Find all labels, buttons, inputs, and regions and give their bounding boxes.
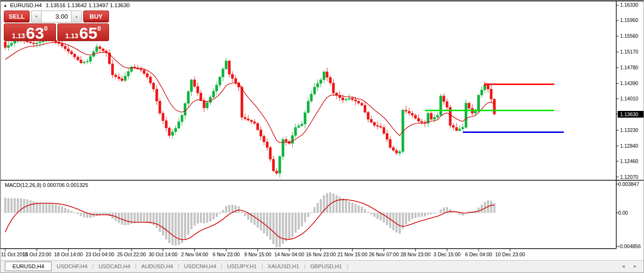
- tab-usdcad-h4[interactable]: USDCAD,H4: [94, 262, 135, 271]
- macd-axis-label: -0.004856: [618, 243, 641, 249]
- date-axis-label: 2 Nov 04:00: [181, 251, 208, 257]
- price-axis-label: 1.12070: [620, 174, 638, 180]
- tab-eurusd-h4[interactable]: EURUSD,H4: [5, 262, 52, 271]
- buy-price-big: 65: [79, 27, 98, 40]
- volume-increase-button[interactable]: ▲: [71, 11, 82, 22]
- sell-button[interactable]: SELL: [4, 11, 30, 22]
- tab-scroll-arrows: ◄►: [621, 264, 637, 269]
- tab-xauusd-h1[interactable]: XAUUSD,H1: [263, 262, 304, 271]
- chart-ohlc-values: 1.13516 1.13642 1.13497 1.13630: [45, 2, 130, 8]
- one-click-trading-panel: SELL ▼ 3.00 ▲ BUY 1.13 63 0 1.13 65 0: [4, 11, 109, 41]
- price-axis-label: 1.15950: [620, 17, 638, 23]
- price-axis-label: 1.16330: [620, 2, 638, 8]
- macd-axis-label: 0.003847: [618, 181, 639, 187]
- tab-usdchf-h4[interactable]: USDCHF,H4: [52, 262, 92, 271]
- volume-input[interactable]: 3.00: [42, 11, 71, 22]
- buy-button[interactable]: BUY: [83, 11, 109, 22]
- buy-price-small: 1.13: [65, 33, 78, 40]
- triangle-up-icon: ▲: [75, 15, 78, 18]
- date-axis-label: 6 Nov 23:00: [213, 251, 240, 257]
- date-axis-label: 21 Nov 15:00: [338, 251, 367, 257]
- tab-scroll-left-icon[interactable]: ◄: [621, 264, 625, 269]
- buy-price-sup: 0: [98, 25, 101, 32]
- chart-title: ▲ EURUSD,H4 1.13516 1.13642 1.13497 1.13…: [3, 2, 130, 8]
- date-axis-label: 14 Nov 04:00: [274, 251, 304, 257]
- sell-price-small: 1.13: [12, 33, 25, 40]
- sell-price-panel[interactable]: 1.13 63 0: [4, 23, 56, 41]
- price-axis-label: 1.14780: [620, 65, 638, 70]
- price-axis-label: 1.12460: [620, 158, 638, 164]
- price-axis-label: 1.14010: [620, 96, 638, 101]
- date-axis-label: 23 Oct 04:00: [86, 251, 114, 257]
- buy-price-panel[interactable]: 1.13 65 0: [57, 23, 109, 41]
- price-axis-label: 1.13230: [620, 127, 638, 133]
- date-axis-label: 15 Oct 23:00: [22, 251, 51, 257]
- date-axis-label: 25 Oct 22:00: [117, 251, 146, 257]
- volume-decrease-button[interactable]: ▼: [31, 11, 42, 22]
- chart-tab-bar: EURUSD,H4USDCHF,H4|USDCAD,H4|AUDUSD,H4|U…: [0, 260, 644, 272]
- sell-price-sup: 0: [44, 25, 47, 32]
- chart-symbol: EURUSD,H4: [10, 2, 42, 8]
- date-axis-label: 3 Dec 15:00: [434, 251, 461, 257]
- date-axis-label: 16 Nov 23:00: [306, 251, 336, 257]
- price-axis-label: 1.14390: [620, 80, 638, 86]
- date-axis-label: 28 Nov 23:00: [401, 251, 430, 257]
- tab-separator: |: [347, 263, 348, 269]
- date-axis-label: 6 Dec 04:00: [465, 251, 492, 257]
- price-axis-label: 1.12840: [620, 143, 638, 149]
- date-axis-label: 9 Nov 15:00: [244, 251, 272, 257]
- current-price-badge: 1.13630: [618, 111, 644, 118]
- tab-gbpusd-h1[interactable]: GBPUSD,H1: [306, 262, 347, 271]
- tab-scroll-right-icon[interactable]: ►: [633, 264, 637, 269]
- tab-usdjpy-h1[interactable]: USDJPY,H1: [222, 262, 262, 271]
- chart-marker-icon: ▲: [3, 3, 7, 8]
- sell-price-big: 63: [26, 27, 44, 40]
- triangle-down-icon: ▼: [34, 15, 38, 18]
- price-axis-label: 1.15560: [620, 33, 638, 39]
- price-axis-label: 1.15170: [620, 49, 638, 55]
- macd-indicator-label: MACD(12,26,9) 0.000706 0.001325: [5, 182, 88, 188]
- date-axis-label: 10 Dec 23:00: [495, 251, 525, 257]
- macd-axis-label: 0.00: [618, 210, 628, 216]
- tab-audusd-h4[interactable]: AUDUSD,H4: [136, 262, 177, 271]
- date-axis-label: 26 Nov 07:00: [369, 251, 399, 257]
- date-axis-label: 30 Oct 14:00: [149, 251, 177, 257]
- date-axis-label: 18 Oct 14:00: [54, 251, 83, 257]
- tab-usdcnh-h4[interactable]: USDCNH,H4: [179, 262, 221, 271]
